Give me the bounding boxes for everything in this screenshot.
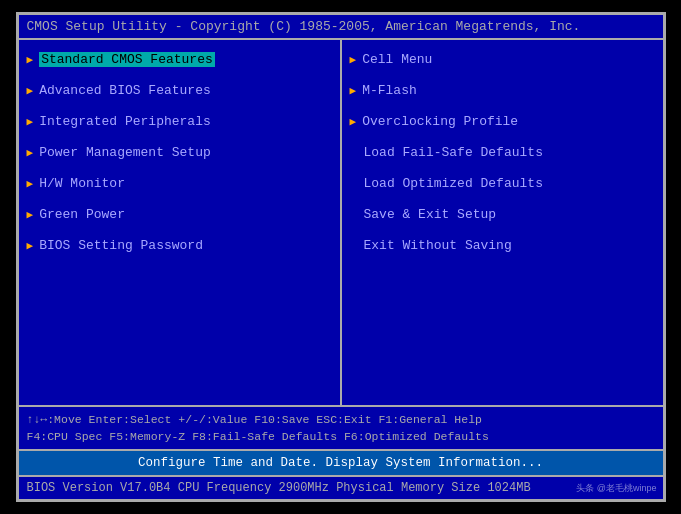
description-bar: Configure Time and Date. Display System …	[19, 451, 663, 477]
left-menu-item-integrated-peripherals[interactable]: ▶Integrated Peripherals	[27, 114, 332, 129]
menu-item-label: Integrated Peripherals	[39, 114, 211, 129]
title-bar: CMOS Setup Utility - Copyright (C) 1985-…	[19, 15, 663, 40]
arrow-icon: ▶	[350, 84, 357, 97]
menu-item-label: Overclocking Profile	[362, 114, 518, 129]
menu-item-label: Load Optimized Defaults	[364, 176, 543, 191]
menu-item-label: Load Fail-Safe Defaults	[364, 145, 543, 160]
title-text: CMOS Setup Utility - Copyright (C) 1985-…	[27, 19, 581, 34]
bios-version-text: BIOS Version V17.0B4 CPU Frequency 2900M…	[27, 481, 531, 495]
menu-item-label: Advanced BIOS Features	[39, 83, 211, 98]
menu-item-label: Green Power	[39, 207, 125, 222]
right-menu-item-load-failsafe[interactable]: Load Fail-Safe Defaults	[350, 145, 655, 160]
arrow-icon: ▶	[27, 177, 34, 190]
menu-item-label: Exit Without Saving	[364, 238, 512, 253]
left-column: ▶Standard CMOS Features▶Advanced BIOS Fe…	[19, 40, 342, 405]
right-menu-item-m-flash[interactable]: ▶M-Flash	[350, 83, 655, 98]
menu-item-label: Power Management Setup	[39, 145, 211, 160]
description-text: Configure Time and Date. Display System …	[138, 456, 543, 470]
right-menu-item-cell-menu[interactable]: ▶Cell Menu	[350, 52, 655, 67]
arrow-icon: ▶	[27, 239, 34, 252]
right-menu-item-save-exit[interactable]: Save & Exit Setup	[350, 207, 655, 222]
watermark: 头条 @老毛桃winpe	[576, 482, 656, 495]
menu-item-label: M-Flash	[362, 83, 417, 98]
menu-item-label: Cell Menu	[362, 52, 432, 67]
main-content: ▶Standard CMOS Features▶Advanced BIOS Fe…	[19, 40, 663, 407]
left-menu-item-advanced-bios[interactable]: ▶Advanced BIOS Features	[27, 83, 332, 98]
key-help-line1: ↑↓↔:Move Enter:Select +/-/:Value F10:Sav…	[27, 411, 655, 428]
right-menu-item-overclocking-profile[interactable]: ▶Overclocking Profile	[350, 114, 655, 129]
key-help-line2: F4:CPU Spec F5:Memory-Z F8:Fail-Safe Def…	[27, 428, 655, 445]
left-menu-item-green-power[interactable]: ▶Green Power	[27, 207, 332, 222]
arrow-icon: ▶	[27, 208, 34, 221]
menu-item-label: Standard CMOS Features	[39, 52, 215, 67]
menu-item-label: BIOS Setting Password	[39, 238, 203, 253]
arrow-icon: ▶	[27, 84, 34, 97]
left-menu-item-standard-cmos[interactable]: ▶Standard CMOS Features	[27, 52, 332, 67]
left-menu-item-power-management[interactable]: ▶Power Management Setup	[27, 145, 332, 160]
right-menu-item-exit-without-saving[interactable]: Exit Without Saving	[350, 238, 655, 253]
key-help: ↑↓↔:Move Enter:Select +/-/:Value F10:Sav…	[19, 407, 663, 452]
right-menu-item-load-optimized[interactable]: Load Optimized Defaults	[350, 176, 655, 191]
left-menu-item-bios-password[interactable]: ▶BIOS Setting Password	[27, 238, 332, 253]
arrow-icon: ▶	[350, 115, 357, 128]
bios-frame: CMOS Setup Utility - Copyright (C) 1985-…	[16, 12, 666, 502]
bottom-section: ↑↓↔:Move Enter:Select +/-/:Value F10:Sav…	[19, 407, 663, 500]
bios-version: BIOS Version V17.0B4 CPU Frequency 2900M…	[19, 477, 663, 499]
right-column: ▶Cell Menu▶M-Flash▶Overclocking ProfileL…	[342, 40, 663, 405]
arrow-icon: ▶	[27, 53, 34, 66]
arrow-icon: ▶	[27, 115, 34, 128]
menu-item-label: H/W Monitor	[39, 176, 125, 191]
menu-item-label: Save & Exit Setup	[364, 207, 497, 222]
arrow-icon: ▶	[27, 146, 34, 159]
arrow-icon: ▶	[350, 53, 357, 66]
left-menu-item-hw-monitor[interactable]: ▶H/W Monitor	[27, 176, 332, 191]
